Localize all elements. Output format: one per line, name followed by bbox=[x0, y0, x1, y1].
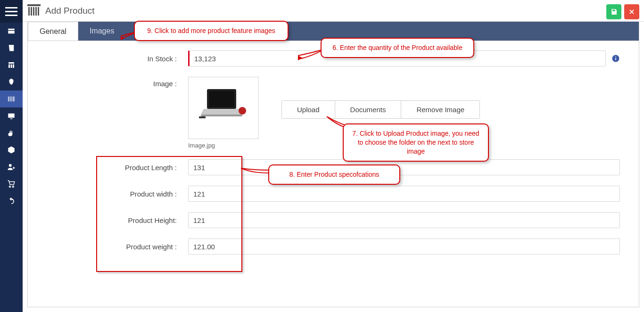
image-label: Image : bbox=[47, 77, 188, 88]
height-input[interactable] bbox=[188, 212, 620, 228]
width-input[interactable] bbox=[188, 186, 620, 202]
nav-user-plus-icon[interactable] bbox=[0, 158, 23, 175]
nav-card-icon[interactable] bbox=[0, 23, 23, 40]
svg-rect-13 bbox=[199, 116, 206, 118]
nav-undo-icon[interactable] bbox=[0, 192, 23, 209]
documents-button[interactable]: Documents bbox=[335, 101, 401, 118]
svg-rect-1 bbox=[28, 7, 30, 16]
svg-rect-3 bbox=[33, 7, 34, 16]
height-label: Product Height: bbox=[47, 216, 188, 224]
form-panel: In Stock : Image : bbox=[27, 41, 639, 307]
nav-receipt-icon[interactable] bbox=[0, 40, 23, 57]
nav-barcode-icon[interactable] bbox=[0, 90, 23, 107]
nav-hand-icon[interactable] bbox=[0, 124, 23, 141]
svg-rect-11 bbox=[201, 115, 242, 116]
close-button[interactable] bbox=[624, 4, 639, 19]
callout-8: 8. Enter Product specofcations bbox=[268, 164, 400, 185]
width-label: Product width : bbox=[47, 190, 188, 198]
titlebar: Add Product bbox=[23, 0, 644, 22]
svg-rect-4 bbox=[35, 7, 37, 16]
menu-toggle[interactable] bbox=[0, 0, 23, 23]
svg-rect-8 bbox=[615, 57, 616, 57]
info-icon[interactable] bbox=[611, 54, 620, 63]
remove-image-button[interactable]: Remove Image bbox=[401, 101, 479, 118]
length-label: Product Length : bbox=[47, 164, 188, 172]
image-thumbnail[interactable] bbox=[188, 77, 259, 139]
callout-7: 7. Click to Upload Product image, you ne… bbox=[343, 123, 489, 162]
nav-box-icon[interactable] bbox=[0, 141, 23, 158]
svg-rect-0 bbox=[27, 4, 41, 6]
svg-rect-7 bbox=[615, 58, 616, 60]
upload-button[interactable]: Upload bbox=[282, 101, 335, 118]
callout-6: 6. Enter the quantity of the Product ava… bbox=[321, 38, 474, 58]
svg-rect-5 bbox=[38, 7, 39, 16]
in-stock-label: In Stock : bbox=[47, 55, 188, 63]
page-title: Add Product bbox=[45, 6, 95, 16]
nav-column-icon[interactable] bbox=[0, 57, 23, 74]
weight-input[interactable] bbox=[188, 238, 620, 255]
save-button[interactable] bbox=[606, 4, 621, 19]
sidebar bbox=[0, 0, 23, 312]
image-caption: Image.jpg bbox=[188, 142, 276, 149]
weight-label: Product weight : bbox=[47, 243, 188, 251]
svg-rect-2 bbox=[31, 7, 32, 16]
callout9-tail bbox=[120, 31, 136, 42]
svg-point-12 bbox=[239, 107, 246, 115]
image-actions: Upload Documents Remove Image bbox=[281, 100, 480, 119]
callout-9: 9. Click to add more product feature ima… bbox=[134, 21, 289, 41]
callout8-tail bbox=[241, 165, 271, 177]
tab-images[interactable]: Images bbox=[78, 22, 125, 41]
barcode-icon bbox=[27, 4, 41, 17]
laptop-image bbox=[194, 82, 253, 129]
nav-money-icon[interactable] bbox=[0, 74, 23, 90]
nav-cart-icon[interactable] bbox=[0, 175, 23, 192]
svg-rect-10 bbox=[209, 91, 234, 107]
tab-general[interactable]: General bbox=[28, 22, 78, 41]
nav-display-icon[interactable] bbox=[0, 107, 23, 124]
